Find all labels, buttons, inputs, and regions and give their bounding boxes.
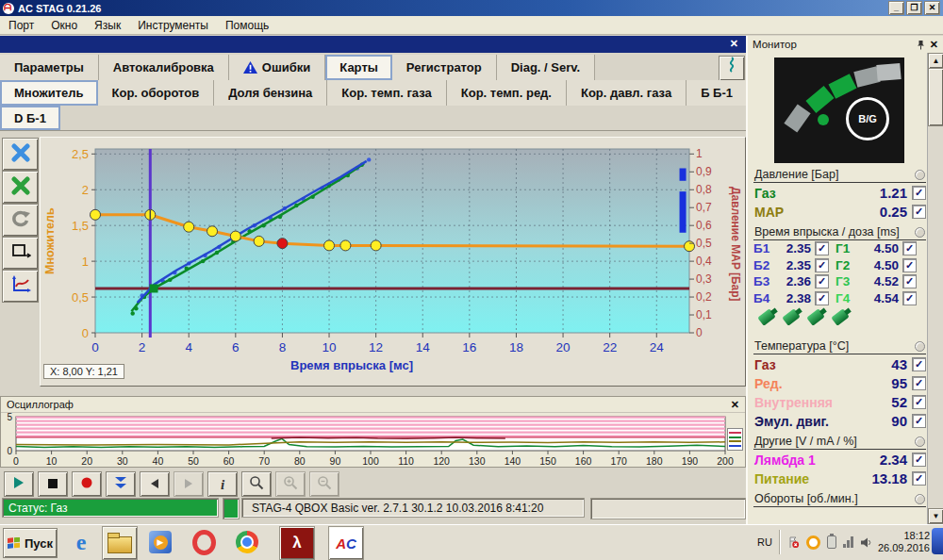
- gas-petrol-switch[interactable]: B/G: [846, 97, 889, 140]
- maptab-gas-temp-corr[interactable]: Кор. темп. газа: [327, 80, 446, 106]
- tab-autocalibration[interactable]: Автокалибровка: [99, 55, 229, 80]
- scroll-down-icon[interactable]: ▼: [928, 508, 943, 524]
- taskbar-app-ac-stag[interactable]: AC: [328, 526, 364, 560]
- svg-text:Давление MAP [Бар]: Давление MAP [Бар]: [729, 187, 742, 302]
- scroll-up-icon[interactable]: ▲: [928, 53, 943, 69]
- menu-item-help[interactable]: Помощь: [217, 19, 277, 32]
- section-lock-icon[interactable]: [915, 170, 925, 180]
- tab-diag-serv-label: Diag. / Serv.: [511, 60, 580, 74]
- menu-item-language[interactable]: Язык: [86, 19, 129, 32]
- inner-close-icon[interactable]: ✕: [730, 38, 738, 50]
- maptab-b-b1[interactable]: Б Б-1: [687, 80, 748, 106]
- section-lock-icon[interactable]: [915, 494, 925, 504]
- oscilloscope-close-icon[interactable]: ✕: [731, 399, 739, 411]
- tab-maps[interactable]: Карты: [325, 55, 392, 80]
- signal-icon[interactable]: [843, 536, 853, 548]
- fast-forward-button[interactable]: [106, 471, 136, 497]
- maptab-petrol-share-label: Доля бензина: [228, 86, 312, 100]
- monitor-row-checkbox[interactable]: ✓: [912, 376, 926, 390]
- gas-injector-checkbox[interactable]: ✓: [902, 241, 917, 255]
- svg-text:60: 60: [223, 455, 235, 467]
- tab-diag-serv[interactable]: Diag. / Serv.: [497, 55, 595, 80]
- monitor-scrollbar[interactable]: ▲ ▼: [927, 53, 943, 524]
- taskbar-app-chrome[interactable]: [230, 526, 264, 558]
- stop-button[interactable]: [38, 471, 68, 497]
- language-indicator[interactable]: RU: [757, 536, 772, 548]
- agent-icon[interactable]: [806, 535, 820, 550]
- battery-icon[interactable]: [827, 535, 836, 549]
- maptab-rpm-correction[interactable]: Кор. оборотов: [98, 80, 215, 106]
- step-back-button[interactable]: [140, 471, 170, 497]
- volume-icon[interactable]: [860, 537, 871, 548]
- taskbar-app-opera[interactable]: [187, 526, 221, 558]
- tab-errors[interactable]: Ошибки: [229, 55, 325, 80]
- monitor-row-checkbox[interactable]: ✓: [912, 357, 926, 371]
- tab-parameters[interactable]: Параметры: [0, 55, 99, 80]
- monitor-row-label: Ред.: [754, 376, 783, 391]
- subtab-d-b1[interactable]: D Б-1: [0, 106, 60, 130]
- close-button[interactable]: ✕: [924, 1, 940, 15]
- taskbar-app-internet-explorer[interactable]: e: [64, 526, 98, 558]
- error-flag-icon[interactable]: [787, 536, 800, 549]
- multiplier-map-chart[interactable]: 00,511,522,500,10,20,30,40,50,60,70,80,9…: [40, 137, 746, 387]
- clock[interactable]: 18:12 26.09.2016: [878, 530, 930, 554]
- petrol-injector-checkbox[interactable]: ✓: [815, 274, 829, 288]
- petrol-injector-checkbox[interactable]: ✓: [815, 258, 829, 272]
- refresh-button[interactable]: [2, 204, 39, 237]
- oscilloscope-chart[interactable]: 0501020304050607080901001101201301401501…: [1, 413, 745, 468]
- cursor-coords-label: X: 8,00 Y: 1,21: [43, 364, 124, 379]
- menu-item-port[interactable]: Порт: [0, 19, 42, 32]
- gas-injector-checkbox[interactable]: ✓: [902, 258, 917, 272]
- maptab-multiplier[interactable]: Множитель: [0, 80, 98, 106]
- monitor-row-checkbox[interactable]: ✓: [912, 471, 926, 486]
- section-lock-icon[interactable]: [915, 227, 925, 238]
- gas-injector-checkbox[interactable]: ✓: [902, 291, 917, 305]
- clear-green-button[interactable]: [2, 171, 39, 204]
- maptab-gas-pressure-corr[interactable]: Кор. давл. газа: [567, 80, 687, 106]
- gauge-segment: [805, 86, 834, 113]
- maptab-reducer-temp-corr[interactable]: Кор. темп. ред.: [447, 80, 567, 106]
- petrol-injector-checkbox[interactable]: ✓: [815, 241, 829, 255]
- tab-recorder[interactable]: Регистратор: [392, 55, 497, 80]
- step-back-icon: [149, 476, 160, 493]
- monitor-row-checkbox[interactable]: ✓: [912, 186, 926, 200]
- restore-button[interactable]: ❐: [906, 1, 922, 15]
- connection-button[interactable]: [719, 56, 745, 81]
- section-lock-icon[interactable]: [915, 436, 925, 447]
- taskbar-app-media-player[interactable]: ▶: [143, 526, 177, 558]
- play-button[interactable]: [4, 471, 34, 497]
- monitor-row-checkbox[interactable]: ✓: [912, 414, 926, 428]
- pin-icon[interactable]: [917, 40, 925, 50]
- chart-view-button[interactable]: [2, 270, 39, 303]
- window-titlebar: ᗩ AC STAG 0.21.26 _ ❐ ✕: [0, 0, 943, 16]
- minimize-button[interactable]: _: [888, 1, 904, 15]
- monitor-row-checkbox[interactable]: ✓: [912, 453, 926, 467]
- taskbar-app-file-manager[interactable]: [102, 526, 138, 560]
- info-button[interactable]: i: [207, 471, 238, 497]
- svg-text:2: 2: [82, 183, 89, 197]
- svg-text:180: 180: [646, 455, 663, 467]
- maptab-reducer-temp-corr-label: Кор. темп. ред.: [461, 86, 552, 100]
- maptab-petrol-share[interactable]: Доля бензина: [214, 80, 327, 106]
- gas-injector-checkbox[interactable]: ✓: [902, 274, 917, 288]
- petrol-injector-checkbox[interactable]: ✓: [815, 291, 829, 305]
- menu-item-tools[interactable]: Инструменты: [129, 19, 217, 32]
- tray-edge-icon[interactable]: [932, 528, 943, 554]
- zoom-button[interactable]: [241, 471, 272, 497]
- monitor-pair-row: Б12.35✓Г14.50✓: [753, 240, 926, 257]
- record-button[interactable]: [72, 471, 102, 497]
- svg-text:0,1: 0,1: [696, 308, 712, 321]
- monitor-close-icon[interactable]: ✕: [930, 39, 938, 51]
- monitor-row-checkbox[interactable]: ✓: [912, 205, 926, 219]
- section-lock-icon[interactable]: [915, 341, 925, 352]
- monitor-row-label: Газ: [754, 186, 776, 201]
- injector-icons: [753, 306, 926, 335]
- start-button[interactable]: Пуск: [3, 528, 58, 558]
- monitor-row-checkbox[interactable]: ✓: [912, 395, 926, 409]
- scroll-thumb[interactable]: [928, 68, 943, 126]
- info-icon: i: [221, 476, 224, 493]
- menu-item-window[interactable]: Окно: [42, 19, 86, 32]
- clear-blue-button[interactable]: [2, 138, 39, 171]
- select-region-button[interactable]: [2, 237, 39, 270]
- taskbar-app-acrobat[interactable]: λ: [279, 526, 315, 560]
